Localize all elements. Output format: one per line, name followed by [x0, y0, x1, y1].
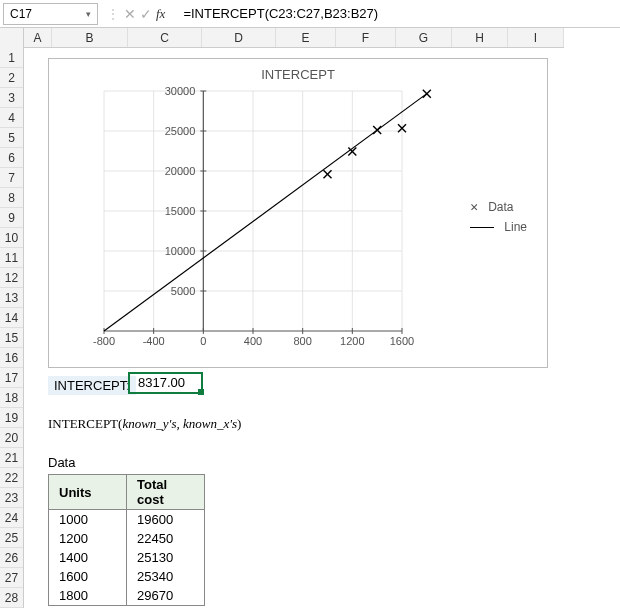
row-header[interactable]: 28	[0, 588, 23, 608]
units-header: Units	[49, 475, 127, 510]
row-header[interactable]: 11	[0, 248, 23, 268]
function-syntax: INTERCEPT(known_y's, known_x's)	[48, 416, 241, 432]
data-table: Units Total cost 10001960012002245014002…	[48, 474, 205, 606]
row-header[interactable]: 16	[0, 348, 23, 368]
table-row: 100019600	[49, 510, 205, 530]
svg-text:800: 800	[293, 335, 311, 347]
row-headers: 1234567891011121314151617181920212223242…	[0, 48, 24, 608]
row-header[interactable]: 8	[0, 188, 23, 208]
accept-icon[interactable]: ✓	[140, 6, 152, 22]
svg-text:-400: -400	[143, 335, 165, 347]
row-header[interactable]: 19	[0, 408, 23, 428]
totalcost-header: Total cost	[127, 475, 205, 510]
spreadsheet-grid[interactable]: ABCDEFGHI 123456789101112131415161718192…	[0, 28, 620, 616]
row-header[interactable]: 23	[0, 488, 23, 508]
table-row: 120022450	[49, 529, 205, 548]
svg-text:10000: 10000	[165, 245, 196, 257]
chevron-down-icon[interactable]: ▾	[86, 9, 91, 19]
svg-text:-800: -800	[93, 335, 115, 347]
svg-text:1600: 1600	[390, 335, 414, 347]
column-header[interactable]: F	[336, 28, 396, 47]
row-header[interactable]: 25	[0, 528, 23, 548]
table-row: 140025130	[49, 548, 205, 567]
selected-cell[interactable]: 8317.00	[128, 372, 203, 394]
column-header[interactable]: D	[202, 28, 276, 47]
embedded-chart[interactable]: INTERCEPT -800-4000400800120016005000100…	[48, 58, 548, 368]
table-body: 1000196001200224501400251301600253401800…	[49, 510, 205, 606]
fx-icon[interactable]: fx	[156, 6, 171, 22]
select-all-corner[interactable]	[0, 28, 24, 48]
row-header[interactable]: 6	[0, 148, 23, 168]
chart-title: INTERCEPT	[49, 59, 547, 82]
chart-legend: ✕Data Line	[470, 199, 527, 240]
table-header-row: Units Total cost	[49, 475, 205, 510]
row-header[interactable]: 1	[0, 48, 23, 68]
row-header[interactable]: 2	[0, 68, 23, 88]
row-header[interactable]: 15	[0, 328, 23, 348]
row-header[interactable]: 22	[0, 468, 23, 488]
chart-plot-area: -800-40004008001200160050001000015000200…	[104, 91, 402, 331]
column-header[interactable]: C	[128, 28, 202, 47]
row-header[interactable]: 24	[0, 508, 23, 528]
row-header[interactable]: 5	[0, 128, 23, 148]
divider: ⋮	[106, 6, 120, 22]
column-header[interactable]: B	[52, 28, 128, 47]
svg-text:1200: 1200	[340, 335, 364, 347]
legend-item-line: Line	[470, 220, 527, 234]
fill-handle[interactable]	[198, 389, 204, 395]
table-row: 180029670	[49, 586, 205, 606]
svg-text:15000: 15000	[165, 205, 196, 217]
cancel-icon[interactable]: ✕	[124, 6, 136, 22]
line-icon	[470, 227, 494, 228]
intercept-value: 8317.00	[138, 375, 185, 390]
svg-text:0: 0	[200, 335, 206, 347]
row-header[interactable]: 26	[0, 548, 23, 568]
row-header[interactable]: 20	[0, 428, 23, 448]
table-row: 160025340	[49, 567, 205, 586]
svg-text:25000: 25000	[165, 125, 196, 137]
row-header[interactable]: 13	[0, 288, 23, 308]
row-header[interactable]: 4	[0, 108, 23, 128]
column-header[interactable]: A	[24, 28, 52, 47]
column-headers: ABCDEFGHI	[0, 28, 564, 48]
row-header[interactable]: 18	[0, 388, 23, 408]
formula-bar: C17 ▾ ⋮ ✕ ✓ fx	[0, 0, 620, 28]
column-header[interactable]: I	[508, 28, 564, 47]
row-header[interactable]: 9	[0, 208, 23, 228]
cell-reference: C17	[10, 7, 32, 21]
row-header[interactable]: 12	[0, 268, 23, 288]
x-marker-icon: ✕	[470, 199, 478, 214]
column-header[interactable]: E	[276, 28, 336, 47]
svg-text:20000: 20000	[165, 165, 196, 177]
row-header[interactable]: 3	[0, 88, 23, 108]
data-heading: Data	[48, 455, 75, 470]
row-header[interactable]: 21	[0, 448, 23, 468]
intercept-label: INTERCEPT:	[48, 376, 136, 395]
column-header[interactable]: G	[396, 28, 452, 47]
svg-text:400: 400	[244, 335, 262, 347]
formula-icon-group: ⋮ ✕ ✓ fx	[98, 6, 179, 22]
column-header[interactable]: H	[452, 28, 508, 47]
legend-item-data: ✕Data	[470, 199, 527, 214]
row-header[interactable]: 27	[0, 568, 23, 588]
svg-text:30000: 30000	[165, 85, 196, 97]
row-header[interactable]: 10	[0, 228, 23, 248]
row-header[interactable]: 7	[0, 168, 23, 188]
row-header[interactable]: 14	[0, 308, 23, 328]
formula-input[interactable]	[179, 0, 620, 27]
name-box[interactable]: C17 ▾	[3, 3, 98, 25]
svg-text:5000: 5000	[171, 285, 195, 297]
row-header[interactable]: 17	[0, 368, 23, 388]
